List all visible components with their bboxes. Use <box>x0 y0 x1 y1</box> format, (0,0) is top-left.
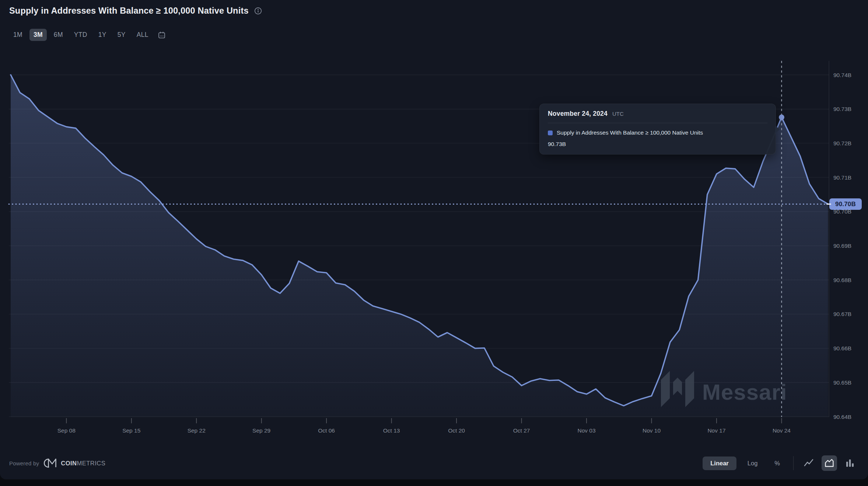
range-ytd[interactable]: YTD <box>70 29 91 41</box>
x-tick-label: Oct 06 <box>318 427 335 434</box>
metric-chart-widget: Supply in Addresses With Balance ≥ 100,0… <box>0 0 868 479</box>
scale-log-button[interactable]: Log <box>742 457 764 470</box>
tooltip-series-label: Supply in Addresses With Balance ≥ 100,0… <box>557 129 703 136</box>
info-icon[interactable] <box>254 7 262 15</box>
tooltip-value: 90.73B <box>548 141 767 147</box>
bar-chart-icon[interactable] <box>842 455 858 471</box>
y-tick-label: 90.73B <box>833 106 851 112</box>
y-tick-label: 90.69B <box>833 243 851 249</box>
x-tick-label: Sep 15 <box>122 427 140 434</box>
range-selector: 1M 3M 6M YTD 1Y 5Y ALL <box>9 29 168 41</box>
range-3m[interactable]: 3M <box>29 29 47 41</box>
coinmetrics-logo: COINMETRICS <box>43 458 105 468</box>
range-1m[interactable]: 1M <box>9 29 27 41</box>
y-tick-label: 90.74B <box>833 72 851 78</box>
line-chart-icon[interactable] <box>801 455 816 471</box>
x-tick-label: Oct 27 <box>513 427 530 434</box>
x-tick-label: Sep 29 <box>252 427 270 434</box>
x-tick-label: Oct 13 <box>383 427 400 434</box>
powered-by-label: Powered by <box>9 460 39 466</box>
y-tick-label: 90.64B <box>833 414 851 420</box>
x-tick-label: Sep 22 <box>188 427 206 434</box>
y-tick-label: 90.72B <box>833 140 851 146</box>
range-6m[interactable]: 6M <box>50 29 67 41</box>
y-tick-label: 90.68B <box>833 277 851 283</box>
chart-header: Supply in Addresses With Balance ≥ 100,0… <box>9 6 262 16</box>
x-tick-label: Nov 03 <box>577 427 595 434</box>
y-tick-label: 90.71B <box>833 174 851 181</box>
y-tick-label: 90.65B <box>833 379 851 386</box>
x-tick-label: Nov 24 <box>773 427 791 434</box>
calendar-icon[interactable] <box>155 29 168 41</box>
y-tick-label: 90.66B <box>833 345 851 351</box>
page-background-strip <box>0 479 868 486</box>
area-chart-icon[interactable] <box>822 455 837 471</box>
messari-watermark-text: Messari <box>702 380 787 405</box>
x-tick-label: Nov 10 <box>643 427 661 434</box>
brand-metrics: METRICS <box>77 460 105 466</box>
series-color-swatch <box>548 131 553 135</box>
brand-coin: COIN <box>61 460 77 466</box>
page-title: Supply in Addresses With Balance ≥ 100,0… <box>9 6 249 16</box>
chart-controls: Linear Log % <box>703 454 858 472</box>
x-tick-label: Nov 17 <box>707 427 725 434</box>
range-all[interactable]: ALL <box>133 29 153 41</box>
range-1y[interactable]: 1Y <box>94 29 111 41</box>
tooltip-divider <box>548 123 767 123</box>
tooltip-date: November 24, 2024 <box>548 110 608 118</box>
scale-percent-button[interactable]: % <box>769 457 786 470</box>
tooltip-timezone: UTC <box>612 111 624 117</box>
x-tick-label: Sep 08 <box>57 427 76 434</box>
coinmetrics-monogram-icon <box>43 458 58 468</box>
y-tick-label: 90.67B <box>833 311 851 317</box>
tooltip-arrow <box>775 125 780 133</box>
range-5y[interactable]: 5Y <box>113 29 130 41</box>
scale-linear-button[interactable]: Linear <box>703 457 736 470</box>
hover-marker-dot <box>779 114 784 120</box>
current-value-badge: 90.70B <box>829 198 862 210</box>
chart-tooltip: November 24, 2024 UTC Supply in Addresse… <box>539 104 776 155</box>
powered-by-block: Powered by COINMETRICS <box>9 456 105 471</box>
x-tick-label: Oct 20 <box>448 427 465 434</box>
controls-divider <box>793 456 794 470</box>
supply-area-chart[interactable]: 90.74B90.73B90.72B90.71B90.70B90.69B90.6… <box>0 0 868 479</box>
